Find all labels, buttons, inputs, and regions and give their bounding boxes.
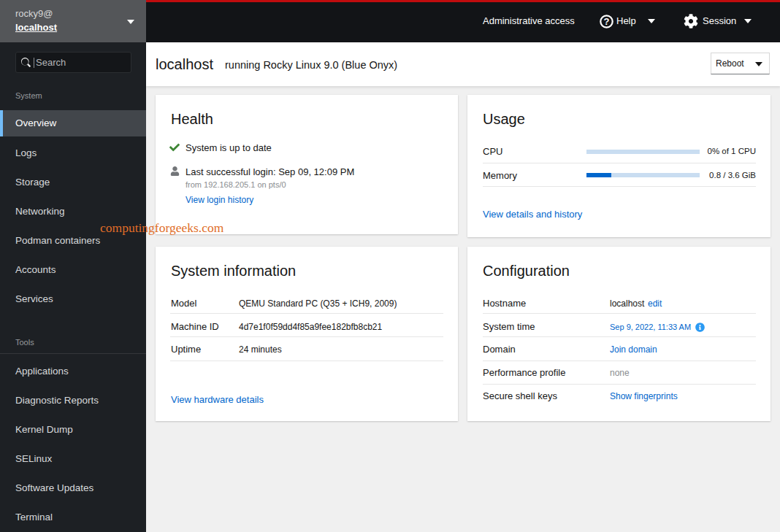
svg-text:?: ? bbox=[604, 16, 610, 27]
